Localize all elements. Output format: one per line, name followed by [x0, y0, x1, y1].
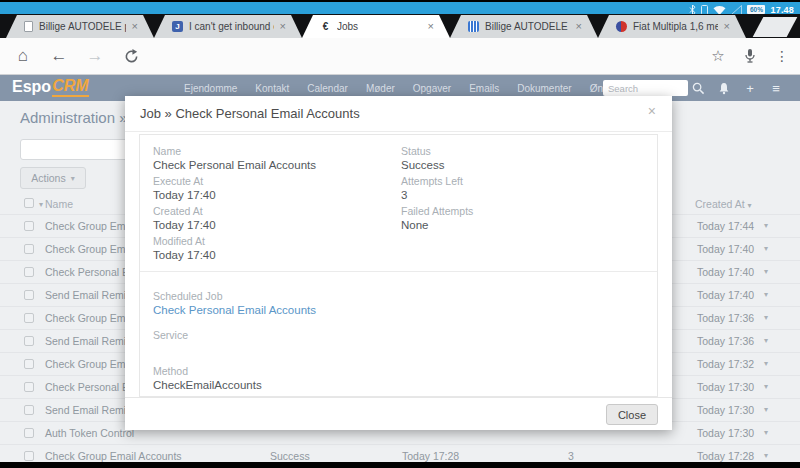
wifi-icon: [713, 5, 726, 15]
browser-menu-button[interactable]: ⋮: [768, 38, 796, 74]
row-menu-icon[interactable]: ▾: [764, 290, 768, 299]
row-menu-icon[interactable]: ▾: [764, 336, 768, 345]
field-created-at: Created At Today 17:40: [153, 205, 401, 235]
row-checkbox[interactable]: [24, 244, 34, 254]
nav-item-moeder[interactable]: Møder: [366, 83, 395, 94]
forum-favicon: J: [172, 21, 183, 32]
nav-item-emails[interactable]: Emails: [469, 83, 499, 94]
row-menu-icon[interactable]: ▾: [764, 267, 768, 276]
created-at-cell: Today 17:28: [697, 450, 754, 462]
tab-title: Billige AUTODELE på interne: [485, 21, 570, 32]
field-modified-at: Modified At Today 17:40: [153, 235, 401, 265]
row-menu-icon[interactable]: ▾: [764, 405, 768, 414]
nav-item-ejendomme[interactable]: Ejendomme: [184, 83, 237, 94]
page-favicon: [24, 21, 33, 32]
row-menu-icon[interactable]: ▾: [764, 244, 768, 253]
select-dropdown-icon[interactable]: ▾: [39, 200, 43, 209]
tab-close-icon[interactable]: ×: [280, 21, 286, 32]
back-button[interactable]: ←: [44, 38, 74, 74]
row-menu-icon[interactable]: ▾: [764, 451, 768, 460]
reload-button[interactable]: [116, 38, 146, 74]
autodoc-favicon: [468, 21, 479, 32]
android-status-bar: 60% 17.48: [0, 0, 800, 14]
created-at-cell: Today 17:40: [697, 289, 754, 301]
tab-close-icon[interactable]: ×: [724, 21, 730, 32]
bookmark-button[interactable]: ☆: [704, 38, 732, 74]
browser-tab-2[interactable]: J I can't get inbound emails - ×: [154, 15, 302, 38]
notifications-button[interactable]: [714, 75, 734, 101]
tab-close-icon[interactable]: ×: [576, 21, 582, 32]
forward-button: →: [80, 38, 110, 74]
attempts-left-cell: 3: [568, 450, 574, 462]
nav-item-calendar[interactable]: Calendar: [307, 83, 348, 94]
field-failed-attempts: Failed Attempts None: [401, 205, 644, 235]
row-checkbox[interactable]: [24, 267, 34, 277]
modal-close-icon[interactable]: ×: [648, 103, 656, 119]
actions-label: Actions: [31, 172, 65, 184]
select-all-checkbox[interactable]: [24, 198, 34, 208]
row-menu-icon[interactable]: ▾: [764, 359, 768, 368]
column-header-name[interactable]: Name: [45, 198, 73, 210]
modal-header: Job » Check Personal Email Accounts ×: [125, 96, 672, 132]
row-checkbox[interactable]: [24, 290, 34, 300]
row-checkbox[interactable]: [24, 382, 34, 392]
row-checkbox[interactable]: [24, 359, 34, 369]
row-checkbox[interactable]: [24, 336, 34, 346]
plus-icon: +: [746, 81, 754, 96]
quick-create-button[interactable]: +: [740, 75, 760, 101]
row-checkbox[interactable]: [24, 405, 34, 415]
created-at-cell: Today 17:44: [697, 220, 754, 232]
browser-tab-strip: Billige AUTODELE på interne × J I can't …: [0, 14, 800, 38]
home-icon: ⌂: [18, 46, 28, 66]
voice-search-button[interactable]: [736, 38, 764, 74]
created-at-cell: Today 17:32: [697, 358, 754, 370]
row-menu-icon[interactable]: ▾: [764, 428, 768, 437]
cell-signal-icon: [731, 5, 742, 15]
job-detail-modal: Job » Check Personal Email Accounts × Na…: [125, 96, 672, 430]
tab-close-icon[interactable]: ×: [428, 21, 434, 32]
global-search-input[interactable]: [603, 80, 688, 96]
row-menu-icon[interactable]: ▾: [764, 382, 768, 391]
search-button[interactable]: [688, 75, 708, 101]
scheduled-job-link[interactable]: Check Personal Email Accounts: [153, 303, 644, 317]
tab-title: Billige AUTODELE på interne: [39, 21, 126, 32]
nav-item-dokumenter[interactable]: Dokumenter: [517, 83, 571, 94]
job-name-link[interactable]: Auth Token Control: [45, 427, 134, 439]
browser-tab-5[interactable]: Fiat Multipla 1,6 med Numm ×: [598, 15, 746, 38]
nav-item-opgaver[interactable]: Opgaver: [413, 83, 451, 94]
row-checkbox[interactable]: [24, 451, 34, 461]
created-at-cell: Today 17:36: [697, 335, 754, 347]
clock: 17.48: [770, 5, 794, 15]
column-header-created-at[interactable]: Created At ▾: [695, 198, 752, 210]
microphone-icon: [744, 48, 756, 64]
panel-divider: [140, 271, 657, 272]
bell-icon: [718, 82, 730, 95]
modal-footer: Close: [125, 397, 672, 430]
browser-tab-1[interactable]: Billige AUTODELE på interne ×: [6, 15, 154, 38]
hamburger-icon: ≡: [772, 81, 780, 96]
field-scheduled-job: Scheduled Job Check Personal Email Accou…: [153, 290, 644, 317]
row-checkbox[interactable]: [24, 313, 34, 323]
browser-tab-4[interactable]: Billige AUTODELE på interne ×: [450, 15, 598, 38]
job-name-link[interactable]: Check Group Email Accounts: [45, 450, 182, 462]
row-menu-icon[interactable]: ▾: [764, 221, 768, 230]
navbar-menu-button[interactable]: ≡: [766, 75, 786, 101]
browser-tab-jobs-active[interactable]: € Jobs ×: [302, 15, 450, 38]
close-button[interactable]: Close: [606, 404, 658, 425]
browser-toolbar: ⌂ ← → crm.sommerhusmaegleren.nu/#Admin/j…: [0, 38, 800, 75]
created-at-cell: Today 17:36: [697, 312, 754, 324]
row-menu-icon[interactable]: ▾: [764, 313, 768, 322]
actions-dropdown-button[interactable]: Actions ▾: [20, 167, 86, 189]
row-checkbox[interactable]: [24, 428, 34, 438]
bluetooth-icon: [689, 5, 696, 15]
nav-item-kontakt[interactable]: Kontakt: [255, 83, 289, 94]
row-checkbox[interactable]: [24, 221, 34, 231]
home-button[interactable]: ⌂: [8, 38, 38, 74]
device-icon: [701, 5, 708, 15]
reload-icon: [124, 49, 139, 64]
created-at-cell: Today 17:30: [697, 381, 754, 393]
new-tab-button[interactable]: [753, 17, 798, 37]
search-icon: [692, 82, 705, 95]
tab-close-icon[interactable]: ×: [132, 21, 138, 32]
espocrm-logo[interactable]: Espo CRM: [12, 78, 89, 97]
